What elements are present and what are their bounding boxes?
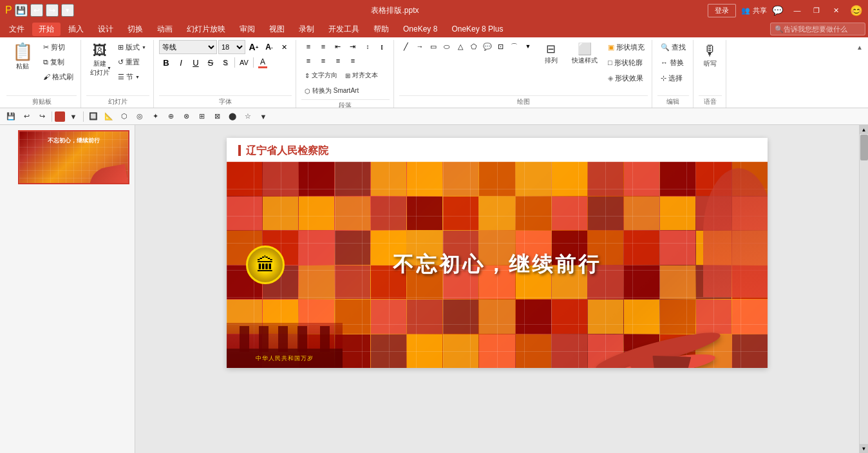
menu-review[interactable]: 审阅 (233, 23, 261, 36)
menu-onekey8plus[interactable]: OneKey 8 Plus (445, 23, 509, 35)
shape-callout[interactable]: 💬 (480, 40, 495, 53)
select-button[interactable]: ⊹ 选择 (657, 71, 686, 85)
underline-button[interactable]: U (189, 56, 203, 69)
scroll-track[interactable] (860, 134, 869, 444)
fb-btn4[interactable]: ◎ (133, 110, 147, 123)
align-text-button[interactable]: ⊞ 对齐文本 (342, 68, 381, 82)
section-button[interactable]: ☰ 节 ▼ (115, 70, 149, 84)
customize-quick-btn[interactable]: ▼ (61, 4, 74, 17)
replace-button[interactable]: ↔ 替换 (657, 55, 687, 70)
justify-button[interactable]: ≡ (346, 54, 360, 67)
new-slide-dropdown[interactable]: ▼ (107, 66, 111, 70)
search-input[interactable] (784, 25, 861, 33)
login-button[interactable]: 登录 (708, 4, 736, 17)
shadow-button[interactable]: S (218, 56, 232, 69)
collapse-icon[interactable]: ▲ (854, 43, 865, 52)
text-direction-button[interactable]: ⇕ 文字方向 (301, 68, 341, 82)
slide-thumbnail[interactable]: 不忘初心，继续前行 (18, 130, 129, 184)
fb-btn7[interactable]: ⊗ (179, 110, 193, 123)
shape-extra[interactable]: ▼ (521, 40, 535, 53)
fb-btn12[interactable]: ▼ (256, 110, 270, 123)
fb-btn11[interactable]: ☆ (241, 110, 255, 123)
fb-btn2[interactable]: 📐 (102, 110, 116, 123)
save-quick-btn[interactable]: 💾 (15, 4, 28, 17)
shape-rect[interactable]: ▭ (426, 40, 440, 53)
indent-less-button[interactable]: ⇤ (331, 40, 345, 53)
find-button[interactable]: 🔍 查找 (657, 40, 689, 54)
fb-btn6[interactable]: ⊕ (164, 110, 178, 123)
menu-onekey8[interactable]: OneKey 8 (397, 23, 444, 35)
undo-quick-btn[interactable]: ↩ (30, 4, 43, 17)
convert-smartart-button[interactable]: ⬡ 转换为 SmartArt (301, 84, 362, 98)
fb-btn5[interactable]: ✦ (148, 110, 162, 123)
menu-slideshow[interactable]: 幻灯片放映 (180, 23, 232, 36)
shape-arrow[interactable]: → (413, 40, 427, 53)
menu-animations[interactable]: 动画 (151, 23, 179, 36)
shape-pentagon[interactable]: ⬠ (467, 40, 481, 53)
slide-title[interactable]: 辽宁省人民检察院 (227, 138, 768, 162)
bullets-button[interactable]: ≡ (301, 40, 316, 53)
menu-insert[interactable]: 插入 (62, 23, 90, 36)
redo-quick-btn[interactable]: ↪ (46, 4, 59, 17)
menu-view[interactable]: 视图 (263, 23, 291, 36)
new-slide-button[interactable]: 🖼 新建 幻灯片 ▼ (86, 40, 113, 80)
char-spacing-button[interactable]: AV (237, 56, 251, 69)
decrease-font-button[interactable]: A- (262, 41, 276, 53)
shape-curve[interactable]: ⌒ (507, 40, 522, 53)
close-button[interactable]: ✕ (827, 3, 845, 17)
minimize-button[interactable]: — (788, 3, 806, 17)
scroll-up-btn[interactable]: ▲ (860, 125, 869, 134)
menu-devtools[interactable]: 开发工具 (322, 23, 366, 36)
shape-effect-button[interactable]: ◈ 形状效果 (605, 71, 648, 85)
menu-record[interactable]: 录制 (292, 23, 321, 36)
search-box[interactable]: 🔍 (770, 23, 865, 35)
menu-file[interactable]: 文件 (3, 23, 31, 36)
numbering-button[interactable]: ≡ (316, 40, 330, 53)
italic-button[interactable]: I (174, 56, 188, 69)
undo-btn[interactable]: ↩ (19, 110, 33, 123)
clear-format-button[interactable]: ✕ (278, 41, 292, 53)
fb-btn10[interactable]: ⬤ (225, 110, 240, 123)
slogan-area[interactable]: 不忘初心，继续前行 (304, 251, 690, 279)
theme-color-btn[interactable] (55, 111, 65, 122)
align-center-button[interactable]: ≡ (316, 54, 330, 67)
format-painter-button[interactable]: 🖌 格式刷 (40, 70, 77, 84)
font-color-button[interactable]: A (256, 56, 270, 69)
paste-button[interactable]: 📋 粘贴 (6, 40, 39, 73)
fb-btn9[interactable]: ⊠ (210, 110, 224, 123)
shape-fill-button[interactable]: ▣ 形状填充 (605, 40, 648, 54)
menu-home[interactable]: 开始 (32, 23, 61, 36)
shape-more[interactable]: ⊡ (494, 40, 508, 53)
strikethrough-button[interactable]: S (203, 56, 218, 69)
indent-more-button[interactable]: ⇥ (346, 40, 360, 53)
ribbon-collapse[interactable]: ▲ (854, 40, 865, 108)
canvas-area[interactable]: 辽宁省人民检察院 (135, 125, 859, 453)
save-btn[interactable]: 💾 (4, 110, 18, 123)
scroll-thumb[interactable] (860, 135, 868, 160)
scroll-down-btn[interactable]: ▼ (860, 444, 869, 453)
menu-design[interactable]: 设计 (91, 23, 120, 36)
fb-btn8[interactable]: ⊞ (194, 110, 209, 123)
align-left-button[interactable]: ≡ (301, 54, 316, 67)
bold-button[interactable]: B (159, 56, 173, 69)
shape-oval[interactable]: ⬭ (440, 40, 454, 53)
color-picker-btn[interactable]: ▼ (66, 110, 80, 123)
menu-transitions[interactable]: 切换 (121, 23, 149, 36)
fb-btn1[interactable]: 🔲 (86, 110, 100, 123)
dictation-button[interactable]: 🎙 听写 (699, 40, 722, 71)
shape-triangle[interactable]: △ (453, 40, 467, 53)
cut-button[interactable]: ✂ 剪切 (40, 40, 77, 54)
fb-btn3[interactable]: ⬡ (117, 110, 131, 123)
copy-button[interactable]: ⧉ 复制 (40, 55, 77, 69)
shape-line[interactable]: ╱ (399, 40, 413, 53)
columns-button[interactable]: ⫿ (375, 40, 390, 53)
reset-button[interactable]: ↺ 重置 (115, 55, 149, 69)
increase-font-button[interactable]: A+ (247, 41, 261, 53)
line-spacing-button[interactable]: ↕ (361, 40, 375, 53)
font-size-select[interactable]: 18 (218, 40, 245, 54)
menu-help[interactable]: 帮助 (367, 23, 395, 36)
redo-btn[interactable]: ↪ (35, 110, 49, 123)
quick-styles-button[interactable]: ⬜ 快速样式 (569, 40, 601, 67)
arrange-button[interactable]: ⊟ 排列 (538, 40, 565, 67)
font-name-select[interactable]: 等线 (159, 40, 217, 54)
